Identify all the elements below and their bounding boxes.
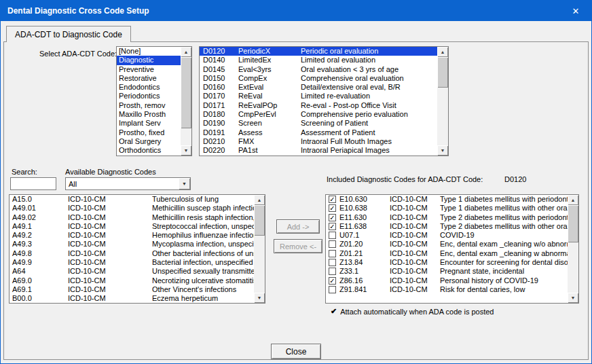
code-description: Bacterial infection, unspecified xyxy=(152,258,265,267)
filter-selected-value: All xyxy=(66,180,179,188)
diagnostic-code: A69.0 xyxy=(10,276,68,285)
scroll-thumb[interactable] xyxy=(437,57,448,88)
remove-button[interactable]: Remove <- xyxy=(274,239,322,253)
code-system: ICD-10-CM xyxy=(68,276,152,285)
available-code-item[interactable]: A69.0 ICD-10-CM Necrotizing ulcerative s… xyxy=(10,276,265,285)
included-code-item[interactable]: Z01.20 ICD-10-CM Enc, dental exam _clean… xyxy=(326,240,578,249)
scroll-down-button[interactable]: ▼ xyxy=(254,293,265,303)
add-button[interactable]: Add -> xyxy=(276,219,320,234)
row-checkbox[interactable] xyxy=(329,250,336,257)
row-checkbox[interactable] xyxy=(329,240,336,248)
included-code-item[interactable]: ✓ E11.630 ICD-10-CM Type 2 diabetes mell… xyxy=(326,213,578,222)
scroll-down-button[interactable]: ▼ xyxy=(181,145,191,156)
row-checkbox[interactable] xyxy=(329,286,336,293)
category-label: Prosth, remov xyxy=(117,101,165,110)
procedure-item[interactable]: D0191 Assess Assessment of Patient xyxy=(200,128,448,137)
close-window-button[interactable]: ✕ xyxy=(560,1,591,21)
included-diagnostic-codes-list[interactable]: ✓ E10.630 ICD-10-CM Type 1 diabetes mell… xyxy=(325,194,579,304)
available-code-item[interactable]: A49.3 ICD-10-CM Mycoplasma infection, un… xyxy=(10,240,265,249)
procedure-description: Re-eval - Post-op Office Visit xyxy=(301,101,448,110)
ada-category-list[interactable]: [None] Diagnostic Preventive Restorative… xyxy=(116,46,192,156)
diagnostic-code: Z86.16 xyxy=(339,276,390,285)
scroll-up-button[interactable]: ▲ xyxy=(568,195,578,205)
scroll-up-button[interactable]: ▲ xyxy=(181,47,191,57)
row-checkbox[interactable]: ✓ xyxy=(329,196,336,203)
available-code-item[interactable]: A64 ICD-10-CM Unspecified sexually trans… xyxy=(10,267,265,276)
scroll-up-button[interactable]: ▲ xyxy=(254,195,265,205)
row-checkbox[interactable] xyxy=(329,259,336,266)
scroll-down-button[interactable]: ▼ xyxy=(568,293,578,303)
row-checkbox[interactable]: ✓ xyxy=(329,214,336,221)
available-diagnostic-codes-list[interactable]: A15.0 ICD-10-CM Tuberculosis of lung A49… xyxy=(9,194,265,304)
available-code-item[interactable]: A69.1 ICD-10-CM Other Vincent's infectio… xyxy=(10,285,265,294)
procedure-short-name: Assess xyxy=(238,128,301,137)
procedure-item[interactable]: D0190 Screen Screening of Patient xyxy=(200,119,448,128)
diagnostic-code: A49.2 xyxy=(10,231,68,240)
procedure-code: D0180 xyxy=(200,110,238,119)
procedure-item[interactable]: D0120 PeriodicX Periodic oral evaluation xyxy=(200,47,448,56)
scroll-thumb[interactable] xyxy=(181,57,191,128)
procedure-short-name: PA1st xyxy=(238,146,301,155)
scroll-up-button[interactable]: ▲ xyxy=(437,47,448,57)
ada-procedure-list[interactable]: D0120 PeriodicX Periodic oral evaluation… xyxy=(199,46,449,156)
included-code-item[interactable]: Z91.841 ICD-10-CM Risk for dental caries… xyxy=(326,285,578,294)
included-code-item[interactable]: ✓ E10.630 ICD-10-CM Type 1 diabetes mell… xyxy=(326,195,578,204)
available-code-item[interactable]: A49.02 ICD-10-CM Methicillin resis staph… xyxy=(10,213,265,222)
procedure-item[interactable]: D0171 ReEvalPOp Re-eval - Post-op Office… xyxy=(200,101,448,110)
included-scrollbar[interactable]: ▲ ▼ xyxy=(568,195,578,303)
included-code-item[interactable]: ✓ E11.638 ICD-10-CM Type 2 diabetes mell… xyxy=(326,222,578,231)
row-checkbox[interactable]: ✓ xyxy=(329,223,336,230)
procedure-short-name: Eval<3yrs xyxy=(238,65,301,74)
row-checkbox[interactable] xyxy=(329,232,336,239)
included-code-item[interactable]: Z01.21 ICD-10-CM Enc, dental exam _clean… xyxy=(326,249,578,258)
available-code-item[interactable]: A49.1 ICD-10-CM Streptococcal infection,… xyxy=(10,222,265,231)
procedure-item[interactable]: D0160 ExtEval Detail/extensive oral eval… xyxy=(200,83,448,92)
code-system: ICD-10-CM xyxy=(390,240,440,249)
procedure-description: Screening of Patient xyxy=(301,119,448,128)
procedure-item[interactable]: D0140 LimitedEx Limited oral evaluation xyxy=(200,56,448,65)
available-code-item[interactable]: A49.2 ICD-10-CM Hemophilus influenzae in… xyxy=(10,231,265,240)
category-label: Endodontics xyxy=(117,83,160,92)
available-code-item[interactable]: A49.01 ICD-10-CM Methicillin suscep stap… xyxy=(10,204,265,213)
procedure-item[interactable]: D0180 CmpPerEvl Comprehensive perio eval… xyxy=(200,110,448,119)
procedure-item[interactable]: D0150 CompEx Comprehensive oral evaluati… xyxy=(200,74,448,83)
procedure-item[interactable]: D0220 PA1st Intraoral Periapical Images xyxy=(200,146,448,155)
procedure-code: D0160 xyxy=(200,83,238,92)
diagnostic-codes-filter-select[interactable]: All ▼ xyxy=(65,177,191,190)
procedure-item[interactable]: D0210 FMX Intraoral Full Mouth Images xyxy=(200,137,448,146)
procedure-scrollbar[interactable]: ▲ ▼ xyxy=(437,47,448,156)
included-code-item[interactable]: ✓ Z86.16 ICD-10-CM Personal history of C… xyxy=(326,276,578,285)
row-checkbox[interactable]: ✓ xyxy=(329,277,336,285)
category-label: Prostho, fixed xyxy=(117,128,164,137)
available-code-item[interactable]: B00.0 ICD-10-CM Eczema herpeticum xyxy=(10,294,265,303)
procedure-code: D0220 xyxy=(200,146,238,155)
row-checkbox[interactable] xyxy=(329,268,336,275)
diagnostic-code: Z01.21 xyxy=(339,249,390,258)
available-scrollbar[interactable]: ▲ ▼ xyxy=(254,195,265,303)
category-scrollbar[interactable]: ▲ ▼ xyxy=(181,47,191,156)
scroll-down-button[interactable]: ▼ xyxy=(437,145,448,156)
attach-automatically-checkbox[interactable]: ✔ Attach automatically when ADA code is … xyxy=(331,307,494,316)
close-button[interactable]: Close xyxy=(271,344,321,359)
select-ada-cdt-code-label: Select ADA-CDT Code: xyxy=(39,50,117,58)
scroll-thumb[interactable] xyxy=(568,205,578,242)
available-code-item[interactable]: A49.8 ICD-10-CM Other bacterial infectio… xyxy=(10,249,265,258)
code-description: Other Vincent's infections xyxy=(152,285,265,294)
included-code-item[interactable]: ✓ E10.638 ICD-10-CM Type 1 diabetes mell… xyxy=(326,204,578,213)
row-checkbox[interactable]: ✓ xyxy=(329,204,336,212)
included-code-item[interactable]: U07.1 ICD-10-CM COVID-19 xyxy=(326,231,578,240)
diagnostic-code: A49.9 xyxy=(10,258,68,267)
scroll-thumb[interactable] xyxy=(254,205,265,236)
code-description: Hemophilus influenzae infection, unspeci xyxy=(152,231,265,240)
included-code-item[interactable]: Z13.84 ICD-10-CM Encounter for screening… xyxy=(326,258,578,267)
available-code-item[interactable]: A49.9 ICD-10-CM Bacterial infection, uns… xyxy=(10,258,265,267)
tab-ada-cdt-to-diagnostic-code[interactable]: ADA-CDT to Diagnostic Code xyxy=(6,26,131,42)
procedure-item[interactable]: D0145 Eval<3yrs Oral evaluation < 3 yrs … xyxy=(200,65,448,74)
code-description: Enc, dental exam _cleaning w abnormal xyxy=(440,249,578,258)
procedure-item[interactable]: D0170 ReEval Limited re-evaluation xyxy=(200,92,448,101)
included-code-item[interactable]: Z33.1 ICD-10-CM Pregnant state, incident… xyxy=(326,267,578,276)
available-code-item[interactable]: A15.0 ICD-10-CM Tuberculosis of lung xyxy=(10,195,265,204)
diagnostic-code: Z01.20 xyxy=(339,240,390,249)
dropdown-button[interactable]: ▼ xyxy=(179,178,190,189)
search-input[interactable] xyxy=(10,177,56,190)
